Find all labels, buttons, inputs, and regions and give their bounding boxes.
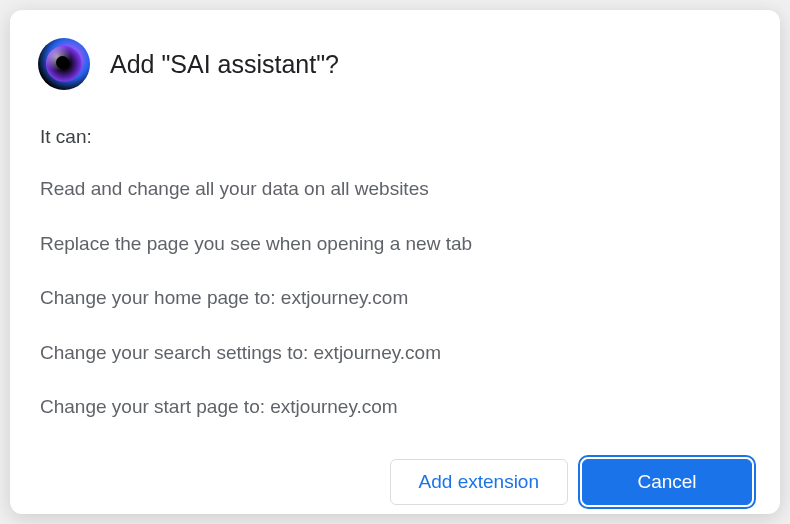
permission-item: Change your home page to: extjourney.com (40, 285, 752, 312)
permission-item: Change your start page to: extjourney.co… (40, 394, 752, 421)
permissions-label: It can: (40, 126, 752, 148)
dialog-body: It can: Read and change all your data on… (38, 126, 752, 449)
permission-item: Replace the page you see when opening a … (40, 231, 752, 258)
dialog-title: Add "SAI assistant"? (110, 50, 339, 79)
permission-item: Change your search settings to: extjourn… (40, 340, 752, 367)
dialog-header: Add "SAI assistant"? (38, 38, 752, 90)
dialog-footer: Add extension Cancel (38, 459, 752, 505)
permission-item: Read and change all your data on all web… (40, 176, 752, 203)
extension-icon (38, 38, 90, 90)
add-extension-button[interactable]: Add extension (390, 459, 568, 505)
extension-install-dialog: Add "SAI assistant"? It can: Read and ch… (10, 10, 780, 514)
cancel-button[interactable]: Cancel (582, 459, 752, 505)
